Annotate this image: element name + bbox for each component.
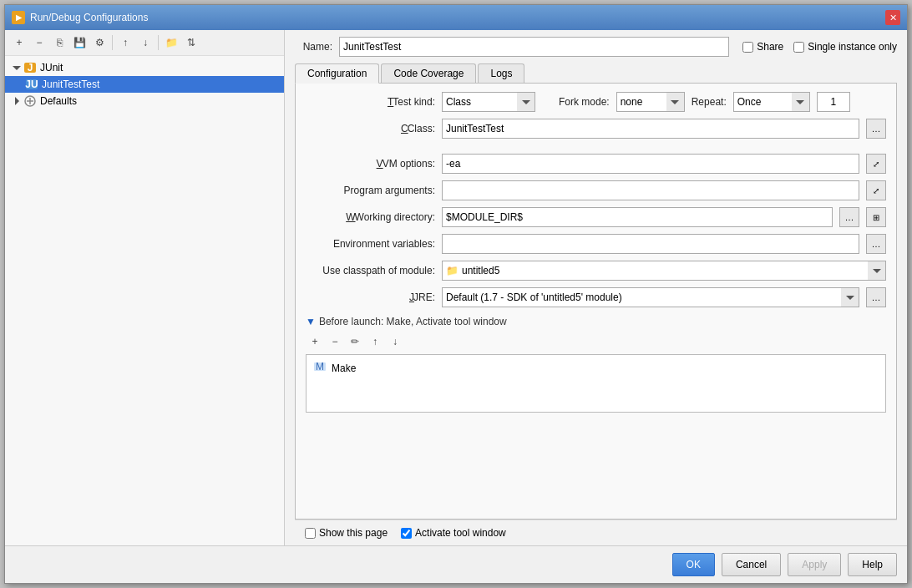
apply-button[interactable]: Apply (788, 553, 841, 576)
program-args-row: Program arguments: ⤢ (306, 180, 886, 200)
bottom-options: Show this page Activate tool window (295, 520, 897, 545)
junit-group-label: JUnit (40, 62, 63, 74)
show-page-checkbox[interactable] (305, 528, 316, 539)
left-panel: + − ⎘ 💾 ⚙ ↑ ↓ 📁 ⇅ J (5, 30, 285, 545)
before-launch-label: Before launch: Make, Activate tool windo… (319, 316, 507, 327)
tab-code-coverage-label: Code Coverage (393, 68, 464, 79)
repeat-combo (733, 92, 810, 112)
working-dir-browse-btn[interactable]: … (839, 207, 859, 227)
single-instance-checkbox[interactable] (793, 42, 804, 53)
jre-input[interactable] (442, 287, 841, 307)
env-vars-row: Environment variables: … (306, 234, 886, 254)
share-config-button[interactable]: ⚙ (90, 33, 109, 52)
left-toolbar: + − ⎘ 💾 ⚙ ↑ ↓ 📁 ⇅ (5, 30, 284, 56)
class-row: CClass: … (306, 119, 886, 139)
jre-dropdown-btn[interactable] (841, 287, 859, 307)
help-button[interactable]: Help (848, 553, 897, 576)
config-item-icon: JU (25, 78, 38, 91)
program-args-expand-btn[interactable]: ⤢ (866, 180, 886, 200)
repeat-count-input[interactable] (817, 92, 850, 112)
fork-mode-input[interactable] (616, 92, 666, 112)
folder-button[interactable]: 📁 (162, 33, 180, 52)
activate-window-group: Activate tool window (401, 527, 506, 539)
defaults-icon (23, 94, 37, 108)
program-args-label: Program arguments: (306, 185, 435, 196)
activate-window-checkbox[interactable] (401, 528, 412, 539)
tab-logs[interactable]: Logs (478, 63, 524, 83)
show-page-label: Show this page (319, 527, 388, 539)
vm-options-row: VVM options: ⤢ (306, 154, 886, 174)
program-args-input[interactable] (442, 180, 859, 200)
before-launch-up-btn[interactable]: ↑ (366, 332, 384, 351)
vm-options-input[interactable] (442, 154, 859, 174)
test-kind-dropdown-btn[interactable] (517, 92, 535, 112)
single-instance-label: Single instance only (808, 41, 897, 53)
share-checkbox-group: Share (742, 41, 783, 53)
fork-mode-dropdown-icon (671, 100, 679, 104)
sep1 (112, 35, 113, 50)
env-vars-input[interactable] (442, 234, 859, 254)
env-vars-browse-btn[interactable]: … (866, 234, 886, 254)
working-dir-row: WWorking directory: … ⊞ (306, 207, 886, 227)
close-button[interactable]: ✕ (885, 10, 900, 25)
class-input[interactable] (442, 119, 859, 139)
title-bar-left: ▶ Run/Debug Configurations (12, 11, 148, 24)
ok-button[interactable]: OK (672, 553, 715, 576)
tree-item-defaults[interactable]: Defaults (5, 93, 284, 109)
env-vars-label: Environment variables: (306, 238, 435, 250)
config-tree: J JUnit JU JunitTestTest (5, 56, 284, 545)
test-kind-input[interactable] (442, 92, 517, 112)
move-up-button[interactable]: ↑ (116, 33, 134, 52)
before-launch-header: ▼ Before launch: Make, Activate tool win… (306, 316, 886, 327)
move-down-button[interactable]: ↓ (136, 33, 155, 52)
repeat-dropdown-icon (796, 100, 804, 104)
remove-config-button[interactable]: − (30, 33, 48, 52)
vm-options-label: VVM options: (306, 158, 435, 170)
add-config-button[interactable]: + (10, 33, 28, 52)
test-kind-label: TTest kind: (306, 96, 435, 108)
save-config-button[interactable]: 💾 (70, 33, 89, 52)
expand-arrow-defaults (12, 96, 22, 106)
before-launch-arrow[interactable]: ▼ (306, 316, 316, 327)
working-dir-input[interactable] (442, 207, 833, 227)
tab-configuration[interactable]: Configuration (295, 63, 379, 84)
jre-label: JJRE: (306, 291, 435, 303)
dialog-title: Run/Debug Configurations (30, 12, 148, 23)
before-launch-add-btn[interactable]: + (306, 332, 324, 351)
copy-config-button[interactable]: ⎘ (50, 33, 68, 52)
before-launch-remove-btn[interactable]: − (326, 332, 344, 351)
tree-item-junittesttest[interactable]: JU JunitTestTest (5, 76, 284, 93)
junit-group-icon: J (23, 61, 37, 74)
fork-mode-combo (616, 92, 685, 112)
name-input[interactable] (339, 37, 729, 57)
spacer1 (306, 145, 886, 154)
cancel-button[interactable]: Cancel (722, 553, 781, 576)
show-page-group: Show this page (305, 527, 388, 539)
before-launch-down-btn[interactable]: ↓ (386, 332, 404, 351)
single-instance-checkbox-group: Single instance only (793, 41, 897, 53)
name-row: Name: Share Single instance only (295, 37, 897, 57)
repeat-input[interactable] (733, 92, 792, 112)
tree-item-junit-group[interactable]: J JUnit (5, 59, 284, 76)
jre-dropdown-icon (846, 296, 854, 300)
make-item: M Make (310, 358, 882, 378)
jre-browse-btn[interactable]: … (866, 287, 886, 307)
jre-row: JJRE: … (306, 287, 886, 307)
fork-mode-dropdown-btn[interactable] (666, 92, 685, 112)
classpath-dropdown-btn[interactable] (868, 261, 886, 281)
repeat-label: Repeat: (692, 96, 727, 108)
before-launch-content: M Make (306, 354, 886, 413)
share-checkbox[interactable] (742, 42, 753, 53)
classpath-label: Use classpath of module: (306, 265, 435, 276)
working-dir-macro-btn[interactable]: ⊞ (866, 207, 886, 227)
expand-tri-right (15, 97, 19, 105)
svg-text:M: M (316, 361, 324, 373)
before-launch-edit-btn[interactable]: ✏ (346, 332, 364, 351)
classpath-module-icon: 📁 (446, 265, 459, 276)
class-browse-btn[interactable]: … (866, 119, 886, 139)
repeat-dropdown-btn[interactable] (792, 92, 810, 112)
tab-code-coverage[interactable]: Code Coverage (381, 63, 476, 83)
vm-options-expand-btn[interactable]: ⤢ (866, 154, 886, 174)
sort-button[interactable]: ⇅ (182, 33, 200, 52)
share-label: Share (757, 41, 783, 53)
